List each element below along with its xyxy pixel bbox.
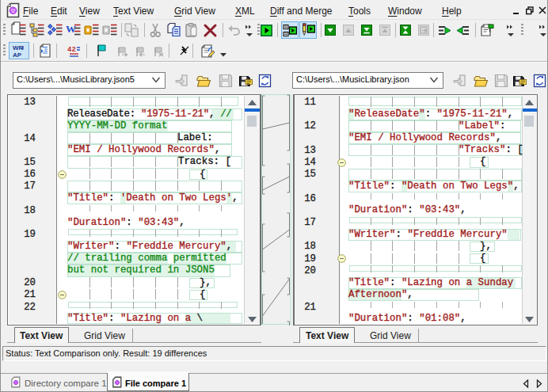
- svg-text:AP: AP: [13, 51, 22, 59]
- svg-text:WR: WR: [13, 44, 24, 51]
- svg-text:42: 42: [67, 46, 76, 54]
